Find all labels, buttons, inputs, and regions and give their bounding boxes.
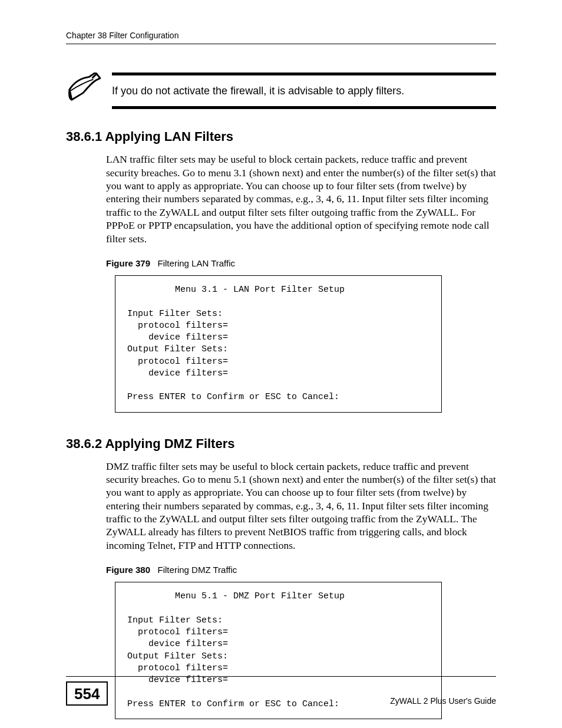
section-heading-dmz: 38.6.2 Applying DMZ Filters [66, 436, 496, 452]
figure-label: Figure 380 [106, 565, 150, 575]
section-body-dmz: DMZ traffic filter sets may be useful to… [106, 460, 496, 552]
running-header: Chapter 38 Filter Configuration [66, 31, 496, 44]
footer-rule [66, 676, 496, 677]
note-icon [66, 73, 103, 104]
section-body-lan: LAN traffic filter sets may be useful to… [106, 153, 496, 245]
figure-title: Filtering LAN Traffic [158, 258, 235, 268]
page-footer: 554 ZyWALL 2 Plus User's Guide [66, 676, 496, 706]
page: Chapter 38 Filter Configuration If you d… [0, 0, 562, 728]
page-number: 554 [66, 681, 108, 706]
note-callout: If you do not activate the firewall, it … [66, 73, 496, 109]
footer-guide-title: ZyWALL 2 Plus User's Guide [390, 696, 496, 706]
section-heading-lan: 38.6.1 Applying LAN Filters [66, 129, 496, 144]
note-text: If you do not activate the firewall, it … [112, 73, 496, 109]
terminal-screen-lan: Menu 3.1 - LAN Port Filter Setup Input F… [115, 275, 442, 413]
figure-caption-379: Figure 379 Filtering LAN Traffic [106, 258, 496, 268]
figure-title: Filtering DMZ Traffic [158, 565, 237, 575]
figure-label: Figure 379 [106, 258, 150, 268]
figure-caption-380: Figure 380 Filtering DMZ Traffic [106, 565, 496, 575]
